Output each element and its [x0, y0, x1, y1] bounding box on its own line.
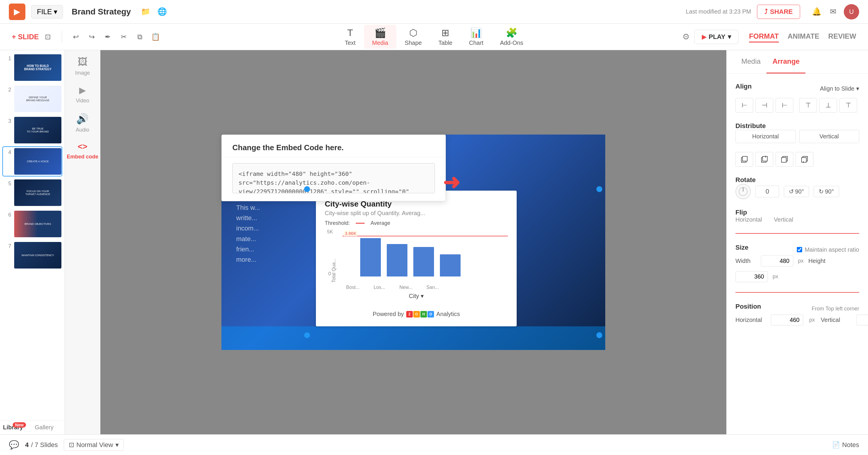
slide-number: 4	[4, 148, 11, 156]
slide-item[interactable]: 7 MAINTAIN CONSISTENCY ☰	[3, 241, 62, 270]
slide-thumbnail: HOW TO BUILDBRAND STRATEGY	[14, 54, 61, 81]
flip-vertical-button[interactable]: Vertical	[774, 216, 793, 223]
bring-forward-button[interactable]	[755, 152, 773, 167]
tool-text[interactable]: T Text	[337, 25, 364, 49]
rotate-90-cw-button[interactable]: ↻ 90°	[814, 186, 839, 197]
avatar[interactable]: U	[844, 4, 859, 20]
vertical-position-input[interactable]	[856, 315, 868, 325]
media-item-video[interactable]: ▶ Video	[76, 85, 89, 104]
slide-extra: ☰	[64, 118, 65, 124]
maintain-aspect-ratio-checkbox[interactable]	[797, 247, 802, 252]
tab-animate[interactable]: ANIMATE	[788, 31, 819, 42]
slide-number: 2	[4, 86, 11, 93]
align-center-v-button[interactable]: ⊥	[819, 98, 837, 113]
distribute-horizontal-button[interactable]: Horizontal	[736, 130, 796, 143]
tab-media[interactable]: Media	[736, 50, 767, 73]
chart-area: Total Qua... 5K 0 3.86K	[325, 229, 508, 308]
normal-view-button[interactable]: ⊡ Normal View ▾	[64, 439, 124, 451]
embed-code-item[interactable]: <> Embed code	[67, 142, 98, 160]
globe-icon[interactable]: 🌐	[156, 6, 168, 18]
media-item-image[interactable]: 🖼 Image	[75, 56, 90, 76]
library-button[interactable]: Library New	[3, 424, 23, 431]
y-value-high: 5K	[327, 229, 333, 235]
rotate-dial[interactable]	[736, 184, 751, 199]
align-right-button[interactable]: ⊢	[776, 98, 793, 113]
chart-bars-container: Total Qua... 5K 0 3.86K	[325, 229, 508, 282]
tab-arrange[interactable]: Arrange	[767, 50, 805, 73]
gallery-button[interactable]: Gallery	[35, 424, 54, 431]
slides-list: 1 HOW TO BUILDBRAND STRATEGY ☰ 2 DEFINE …	[0, 50, 65, 420]
selection-handle[interactable]	[596, 332, 602, 338]
horizontal-position-input[interactable]	[771, 315, 803, 325]
tool-media[interactable]: 🎬 Media	[364, 25, 396, 49]
chart-x-axis-title[interactable]: City ▾	[325, 292, 508, 299]
align-top-button[interactable]: ⊤	[799, 98, 817, 113]
undo-button[interactable]: ↩	[69, 30, 83, 44]
normal-view-label: Normal View	[76, 441, 113, 449]
paste-button[interactable]: 📋	[149, 30, 162, 44]
selection-handle[interactable]	[304, 332, 310, 338]
tool-chart[interactable]: 📊 Chart	[461, 25, 492, 49]
slide-item[interactable]: 3 BE TRUETO YOUR BRAND ☰	[3, 116, 62, 144]
distribute-vertical-button[interactable]: Vertical	[799, 130, 860, 143]
chart-legend: Threshold: Average	[325, 220, 508, 226]
align-dropdown[interactable]: Align to Slide ▾	[820, 85, 859, 92]
rotate-controls: ↺ 90° ↻ 90°	[736, 184, 859, 199]
position-inputs: Horizontal px Vertical px	[736, 315, 859, 325]
bring-front-button[interactable]	[736, 152, 753, 167]
slide-item[interactable]: 4 CREATE A VOICE ☰	[3, 147, 62, 176]
align-left-button[interactable]: ⊢	[736, 98, 753, 113]
slide-item[interactable]: 1 HOW TO BUILDBRAND STRATEGY ☰	[3, 53, 62, 82]
selection-handle[interactable]	[596, 186, 602, 192]
embed-code-textarea[interactable]: <iframe width="480" height="360" src="ht…	[232, 163, 435, 193]
play-button[interactable]: ▶ PLAY ▾	[694, 30, 738, 44]
flip-buttons: Horizontal Vertical	[736, 216, 859, 223]
align-bottom-button[interactable]: ⊤	[839, 98, 857, 113]
align-section: Align Align to Slide ▾ ⊢ ⊣ ⊢ ⊤ ⊥	[736, 83, 859, 113]
selection-handle[interactable]	[304, 186, 310, 192]
tool-shape[interactable]: ⬡ Shape	[397, 25, 430, 49]
send-back-button[interactable]	[796, 152, 813, 167]
tab-review[interactable]: REVIEW	[828, 31, 856, 42]
share-button[interactable]: ⤴ SHARE	[757, 5, 800, 19]
slide-item[interactable]: 2 DEFINE YOURBRAND MESSAGE ☰	[3, 85, 62, 113]
flip-horizontal-button[interactable]: Horizontal	[736, 216, 762, 223]
tool-addons[interactable]: 🧩 Add-Ons	[492, 25, 531, 49]
scissors-button[interactable]: ✂	[117, 30, 130, 44]
slide-item[interactable]: 6 BRAND OBJECTIVES ☰	[3, 209, 62, 238]
folder-icon[interactable]: 📁	[140, 6, 151, 18]
file-button[interactable]: FILE ▾	[31, 5, 63, 19]
toolbar-center: T Text 🎬 Media ⬡ Shape ⊞ Table 📊 Chart 🧩…	[337, 25, 532, 49]
tab-format[interactable]: FORMAT	[749, 31, 779, 42]
threshold-label: Threshold:	[325, 220, 350, 226]
slide-number: 3	[4, 117, 11, 124]
media-item-audio[interactable]: 🔊 Audio	[75, 113, 89, 133]
send-backward-button[interactable]	[776, 152, 793, 167]
redo-button[interactable]: ↪	[85, 30, 99, 44]
brand-title: Brand Strategy	[72, 7, 131, 17]
rotate-90-ccw-button[interactable]: ↺ 90°	[784, 186, 809, 197]
zoho-o1: O	[413, 311, 420, 318]
settings-icon[interactable]: ⚙	[682, 32, 690, 42]
canvas-area: CR This w...writte...incom...mate...frie…	[100, 50, 726, 434]
rotate-input[interactable]	[755, 186, 779, 197]
chevron-down-icon: ▾	[421, 292, 424, 299]
notes-button[interactable]: 📄 Notes	[832, 441, 859, 449]
share-icon: ⤴	[764, 8, 768, 15]
chevron-down-icon: ▾	[856, 85, 859, 92]
zoho-logo: Z O H O	[406, 311, 434, 318]
chat-icon[interactable]: 💬	[9, 440, 19, 450]
width-input[interactable]	[761, 256, 793, 266]
mail-icon[interactable]: ✉	[827, 6, 839, 18]
bell-icon[interactable]: 🔔	[811, 6, 823, 18]
slide-item[interactable]: 5 FOCUS ON YOURTARGET AUDIENCE ☰	[3, 178, 62, 207]
copy-style-button[interactable]: ✒	[101, 30, 115, 44]
layout-icon[interactable]: ⊡	[41, 30, 55, 44]
height-input[interactable]	[736, 271, 768, 282]
tool-table[interactable]: ⊞ Table	[430, 25, 461, 49]
add-slide-button[interactable]: + SLIDE	[12, 33, 39, 41]
red-arrow-icon: ➜	[443, 170, 460, 194]
size-section: Size Maintain aspect ratio Width px Heig…	[736, 244, 859, 282]
duplicate-button[interactable]: ⧉	[133, 30, 147, 44]
align-center-h-button[interactable]: ⊣	[755, 98, 773, 113]
